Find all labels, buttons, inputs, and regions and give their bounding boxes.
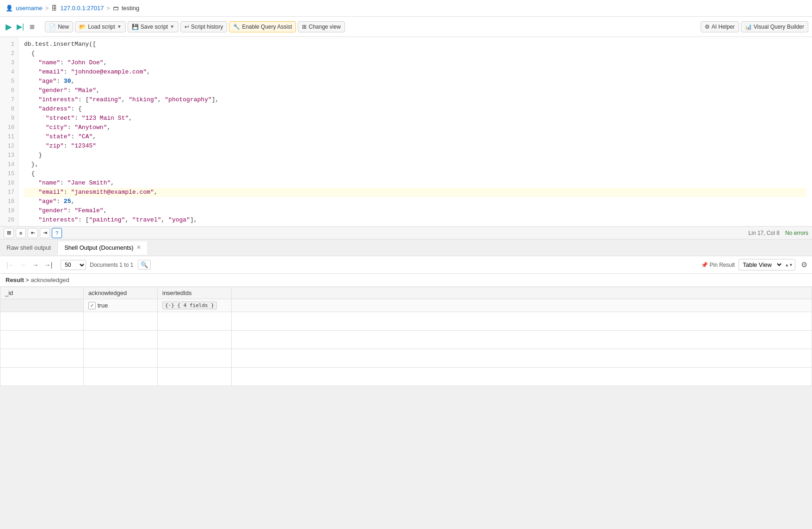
empty-cell-12 — [232, 349, 812, 367]
code-content[interactable]: db.test.insertMany([ { "name": "John Doe… — [18, 37, 812, 227]
code-line-19: "gender": "Female", — [24, 206, 806, 215]
empty-cell-10 — [84, 349, 158, 367]
code-line-3: "name": "John Doe", — [24, 58, 806, 68]
save-script-dropdown-arrow: ▼ — [170, 24, 174, 29]
breadcrumb-username: username — [16, 5, 43, 12]
empty-cell-7 — [158, 330, 232, 349]
search-docs-button[interactable]: 🔍 — [138, 260, 151, 270]
empty-cell-11 — [158, 349, 232, 367]
output-panel: Raw shell output Shell Output (Documents… — [0, 240, 812, 386]
ai-helper-label: AI Helper — [712, 24, 735, 30]
empty-row-3 — [0, 349, 812, 367]
code-line-17: "email": "janesmith@example.com", — [24, 188, 806, 197]
cursor-position: Lin 17, Col 8 — [749, 230, 780, 236]
change-view-button[interactable]: ⊞ Change view — [298, 21, 344, 32]
code-line-9: "street": "123 Main St", — [24, 114, 806, 123]
tab-shell-output-documents[interactable]: Shell Output (Documents) ✕ — [58, 241, 148, 255]
code-line-21: "address": { — [24, 225, 806, 227]
code-line-2: { — [24, 49, 806, 58]
result-sep: > — [25, 277, 31, 283]
tab-raw-shell-label: Raw shell output — [6, 244, 51, 251]
load-script-label: Load script — [88, 24, 115, 30]
script-history-label: Script history — [191, 24, 223, 30]
view-select[interactable]: Table View JSON View Tree View — [739, 259, 783, 270]
table-row: ✓ true {·} { 4 fields } — [0, 299, 812, 312]
output-toolbar: |← ← → →| 50 100 200 Documents 1 to 1 🔍 … — [0, 256, 812, 274]
editor-tools: ⊞ ≡ ⇤ ⇥ ? — [4, 228, 62, 238]
col-header-id: _id — [0, 287, 84, 299]
obj-badge-icon: {·} — [165, 302, 174, 308]
ai-helper-button[interactable]: ⚙ AI Helper — [701, 21, 739, 32]
run-stop-button[interactable]: ⏹ — [27, 22, 37, 31]
page-size-select[interactable]: 50 100 200 — [61, 260, 86, 270]
visual-query-icon: 📊 — [745, 24, 752, 30]
breadcrumb-connection: 127.0.0.1:27017 — [60, 5, 104, 12]
result-table-container: _id acknowledged insertedIds ✓ true — [0, 287, 812, 386]
output-settings-button[interactable]: ⚙ — [801, 260, 807, 269]
code-line-16: "name": "Jane Smith", — [24, 178, 806, 188]
empty-cell-13 — [0, 367, 84, 386]
result-breadcrumb: Result > acknowledged — [0, 274, 812, 287]
change-view-label: Change view — [308, 24, 340, 30]
help-button[interactable]: ? — [52, 228, 62, 238]
outdent-button[interactable]: ⇤ — [28, 228, 38, 238]
visual-query-builder-button[interactable]: 📊 Visual Query Builder — [741, 21, 808, 32]
nav-next-button[interactable]: → — [31, 260, 41, 270]
pin-result-label: Pin Result — [709, 262, 735, 268]
empty-cell-8 — [232, 330, 812, 349]
doc-count: Documents 1 to 1 — [90, 262, 133, 268]
tab-raw-shell-output[interactable]: Raw shell output — [0, 241, 58, 254]
query-assist-icon: 🔧 — [233, 24, 240, 30]
new-icon: 📄 — [49, 24, 56, 30]
connection-icon: 🗄 — [51, 5, 57, 12]
code-line-4: "email": "johndoe@example.com", — [24, 68, 806, 77]
empty-cell-16 — [232, 367, 812, 386]
output-tabs: Raw shell output Shell Output (Documents… — [0, 240, 812, 256]
breadcrumb-bar: 👤 username > 🗄 127.0.0.1:27017 > 🗃 testi… — [0, 0, 812, 17]
nav-first-button[interactable]: |← — [5, 260, 17, 270]
editor-footer: ⊞ ≡ ⇤ ⇥ ? Lin 17, Col 8 No errors — [0, 227, 812, 240]
format-button[interactable]: ⊞ — [4, 228, 14, 238]
code-editor[interactable]: 123456789101112131415161718192021 db.tes… — [0, 37, 812, 227]
load-script-dropdown-arrow: ▼ — [117, 24, 122, 29]
save-script-button[interactable]: 💾 Save script ▼ — [128, 21, 178, 32]
user-icon: 👤 — [6, 5, 13, 12]
view-arrows: ▲▼ — [783, 263, 795, 267]
enable-query-assist-button[interactable]: 🔧 Enable Query Assist — [229, 21, 296, 32]
pin-result-button[interactable]: 📌 Pin Result — [701, 262, 735, 268]
empty-row-2 — [0, 330, 812, 349]
save-script-icon: 💾 — [132, 24, 139, 30]
tab-close-icon[interactable]: ✕ — [136, 244, 141, 251]
visual-query-builder-label: Visual Query Builder — [754, 24, 804, 30]
pin-icon: 📌 — [701, 262, 708, 268]
tab-shell-output-label: Shell Output (Documents) — [64, 244, 134, 251]
col-header-acknowledged: acknowledged — [84, 287, 158, 299]
code-line-20: "interests": ["painting", "travel", "yog… — [24, 215, 806, 225]
nav-last-button[interactable]: →| — [43, 260, 55, 270]
breadcrumb-database: testing — [122, 5, 139, 12]
run-buttons: ▶ ▶| ⏹ — [4, 21, 37, 33]
code-line-14: }, — [24, 160, 806, 169]
load-script-button[interactable]: 📂 Load script ▼ — [75, 21, 126, 32]
run-step-button[interactable]: ▶| — [15, 21, 26, 32]
cell-insertedids: {·} { 4 fields } — [158, 299, 232, 312]
code-line-8: "address": { — [24, 105, 806, 114]
nav-prev-button[interactable]: ← — [18, 260, 29, 270]
bool-value: ✓ true — [88, 302, 108, 309]
new-button[interactable]: 📄 New — [45, 21, 73, 32]
empty-row-1 — [0, 312, 812, 330]
bool-text: true — [98, 302, 108, 309]
load-script-icon: 📂 — [79, 24, 86, 30]
comment-button[interactable]: ⇥ — [40, 228, 50, 238]
indent-button[interactable]: ≡ — [16, 228, 26, 238]
code-line-15: { — [24, 169, 806, 178]
result-table: _id acknowledged insertedIds ✓ true — [0, 287, 812, 386]
cell-acknowledged: ✓ true — [84, 299, 158, 312]
obj-badge-text: { 4 fields } — [178, 302, 214, 308]
editor-status: Lin 17, Col 8 No errors — [749, 230, 808, 236]
code-line-11: "state": "CA", — [24, 132, 806, 141]
col-header-insertedids: insertedIds — [158, 287, 232, 299]
script-history-button[interactable]: ↩ Script history — [180, 21, 227, 32]
run-button[interactable]: ▶ — [4, 21, 14, 33]
ai-helper-icon: ⚙ — [705, 24, 710, 30]
